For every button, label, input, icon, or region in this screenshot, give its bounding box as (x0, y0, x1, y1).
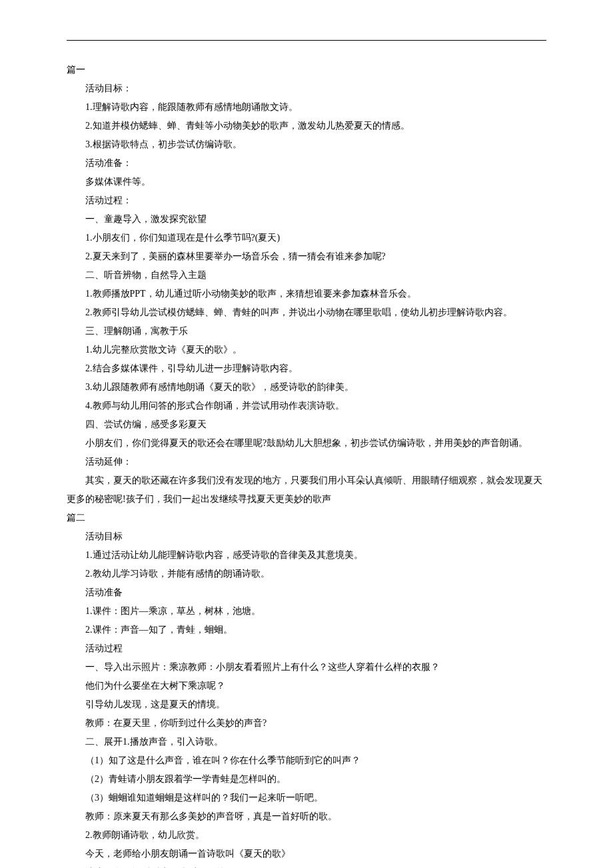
paragraph: 1.教师播放PPT，幼儿通过听小动物美妙的歌声，来猜想谁要来参加森林音乐会。 (67, 285, 546, 303)
paragraph: 2.教师朗诵诗歌，幼儿欣赏。 (67, 826, 546, 845)
paragraph: 一、童趣导入，激发探究欲望 (67, 210, 546, 229)
paragraph: 二、展开1.播放声音，引入诗歌。 (67, 733, 546, 751)
paragraph: 教师：原来夏天有那么多美妙的声音呀，真是一首好听的歌。 (67, 807, 546, 826)
paragraph: 引导幼儿发现，这是夏天的情境。 (67, 695, 546, 714)
section-title: 篇二 (67, 509, 546, 527)
paragraph: 活动准备： (67, 154, 546, 173)
paragraph: 2.课件：声音—知了，青蛙，蛔蛔。 (67, 621, 546, 639)
paragraph: 3.根据诗歌特点，初步尝试仿编诗歌。 (67, 135, 546, 154)
paragraph: 三、理解朗诵，寓教于乐 (67, 322, 546, 341)
paragraph: 教师：在夏天里，你听到过什么美妙的声音? (67, 714, 546, 733)
paragraph: 他们为什么要坐在大树下乘凉呢？ (67, 677, 546, 695)
paragraph: 活动过程 (67, 639, 546, 658)
paragraph: 1.课件：图片—乘凉，草丛，树林，池塘。 (67, 602, 546, 621)
paragraph: 2.结合多媒体课件，引导幼儿进一步理解诗歌内容。 (67, 359, 546, 378)
paragraph: （2）青蛙请小朋友跟着学一学青蛙是怎样叫的。 (67, 770, 546, 789)
paragraph: 1.通过活动让幼儿能理解诗歌内容，感受诗歌的音律美及其意境美。 (67, 546, 546, 565)
paragraph: 请小朋友仔细听听为什么叫夏天的歌呢？ (67, 863, 546, 868)
section-title: 篇一 (67, 61, 546, 79)
paragraph-flush: 其实，夏天的歌还藏在许多我们没有发现的地方，只要我们用小耳朵认真倾听、用眼睛仔细… (67, 471, 546, 509)
paragraph: 4.教师与幼儿用问答的形式合作朗诵，并尝试用动作表演诗歌。 (67, 397, 546, 415)
paragraph: 小朋友们，你们觉得夏天的歌还会在哪里呢?鼓励幼儿大胆想象，初步尝试仿编诗歌，并用… (67, 434, 546, 453)
document-content: 篇一活动目标：1.理解诗歌内容，能跟随教师有感情地朗诵散文诗。2.知道并模仿蟋蟀… (67, 61, 546, 868)
paragraph: 1.理解诗歌内容，能跟随教师有感情地朗诵散文诗。 (67, 98, 546, 117)
paragraph: 四、尝试仿编，感受多彩夏天 (67, 415, 546, 434)
paragraph: 活动目标 (67, 527, 546, 546)
paragraph: 二、听音辨物，自然导入主题 (67, 266, 546, 285)
paragraph: 今天，老师给小朋友朗诵一首诗歌叫《夏天的歌》 (67, 845, 546, 863)
paragraph: 活动准备 (67, 583, 546, 602)
paragraph: 2.夏天来到了，美丽的森林里要举办一场音乐会，猜一猜会有谁来参加呢? (67, 247, 546, 266)
paragraph: 1.小朋友们，你们知道现在是什么季节吗?(夏天) (67, 229, 546, 247)
paragraph: 1.幼儿完整欣赏散文诗《夏天的歌》。 (67, 341, 546, 359)
paragraph: （3）蛔蛔谁知道蛔蛔是这样叫的？我们一起来听一听吧。 (67, 789, 546, 807)
paragraph: 3.幼儿跟随教师有感情地朗诵《夏天的歌》，感受诗歌的韵律美。 (67, 378, 546, 397)
paragraph: 活动过程： (67, 191, 546, 210)
paragraph: 活动延伸： (67, 453, 546, 471)
paragraph: 一、导入出示照片：乘凉教师：小朋友看看照片上有什么？这些人穿着什么样的衣服？ (67, 658, 546, 677)
paragraph: 2.知道并模仿蟋蟀、蝉、青蛙等小动物美妙的歌声，激发幼儿热爱夏天的情感。 (67, 117, 546, 135)
top-divider (67, 40, 546, 41)
paragraph: 活动目标： (67, 79, 546, 98)
paragraph: （1）知了这是什么声音，谁在叫？你在什么季节能听到它的叫声？ (67, 751, 546, 770)
paragraph: 多媒体课件等。 (67, 173, 546, 191)
paragraph: 2.教师引导幼儿尝试模仿蟋蟀、蝉、青蛙的叫声，并说出小动物在哪里歌唱，使幼儿初步… (67, 303, 546, 322)
paragraph: 2.教幼儿学习诗歌，并能有感情的朗诵诗歌。 (67, 565, 546, 583)
